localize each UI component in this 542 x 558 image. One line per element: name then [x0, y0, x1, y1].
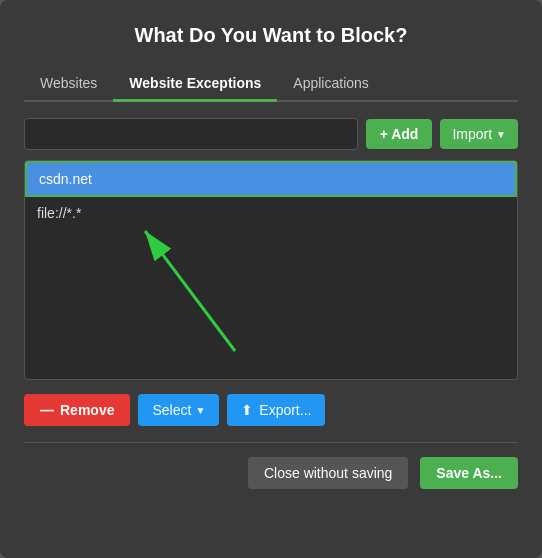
- remove-label: Remove: [60, 402, 114, 418]
- list-item-value: file://*.*: [37, 205, 81, 221]
- list-item-value: csdn.net: [39, 171, 92, 187]
- dialog-title: What Do You Want to Block?: [24, 24, 518, 47]
- select-button[interactable]: Select ▼: [138, 394, 219, 426]
- arrow-annotation: [115, 211, 275, 375]
- minus-icon: —: [40, 402, 54, 418]
- tabs: Websites Website Exceptions Applications: [24, 67, 518, 102]
- svg-line-1: [145, 231, 235, 351]
- export-button[interactable]: ⬆ Export...: [227, 394, 325, 426]
- export-label: Export...: [259, 402, 311, 418]
- select-label: Select: [152, 402, 191, 418]
- import-button[interactable]: Import ▼: [440, 119, 518, 149]
- save-button[interactable]: Save As...: [420, 457, 518, 489]
- list-item[interactable]: csdn.net: [25, 161, 517, 197]
- search-input[interactable]: [24, 118, 358, 150]
- add-button[interactable]: + Add: [366, 119, 433, 149]
- toolbar: + Add Import ▼: [24, 118, 518, 150]
- chevron-down-icon: ▼: [195, 405, 205, 416]
- remove-button[interactable]: — Remove: [24, 394, 130, 426]
- chevron-down-icon: ▼: [496, 129, 506, 140]
- import-label: Import: [452, 126, 492, 142]
- bottom-buttons: — Remove Select ▼ ⬆ Export...: [24, 394, 518, 426]
- footer: Close without saving Save As...: [24, 442, 518, 489]
- tab-websites[interactable]: Websites: [24, 67, 113, 102]
- list-area: csdn.net file://*.*: [24, 160, 518, 380]
- upload-icon: ⬆: [241, 402, 253, 418]
- tab-applications[interactable]: Applications: [277, 67, 385, 102]
- dialog: What Do You Want to Block? Websites Webs…: [0, 0, 542, 558]
- list-item[interactable]: file://*.*: [25, 197, 517, 229]
- tab-website-exceptions[interactable]: Website Exceptions: [113, 67, 277, 102]
- close-button[interactable]: Close without saving: [248, 457, 408, 489]
